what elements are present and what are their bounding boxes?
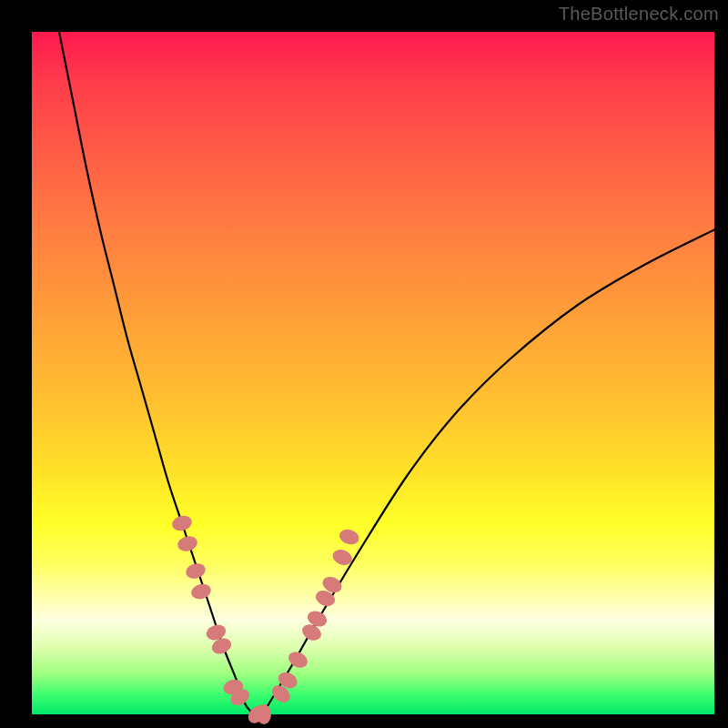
highlight-dot xyxy=(286,649,310,671)
highlight-dot xyxy=(184,561,207,581)
curve-svg xyxy=(32,32,714,714)
highlight-dot xyxy=(257,704,271,724)
highlight-dot xyxy=(176,534,198,553)
highlight-dot xyxy=(170,513,193,532)
watermark-text: TheBottleneck.com xyxy=(559,4,719,25)
highlight-dot xyxy=(189,581,212,601)
plot-area xyxy=(32,32,714,714)
highlight-dot xyxy=(338,527,361,547)
chart-frame: TheBottleneck.com xyxy=(0,0,728,728)
bottleneck-curve xyxy=(59,32,714,714)
highlight-dots xyxy=(170,513,360,726)
